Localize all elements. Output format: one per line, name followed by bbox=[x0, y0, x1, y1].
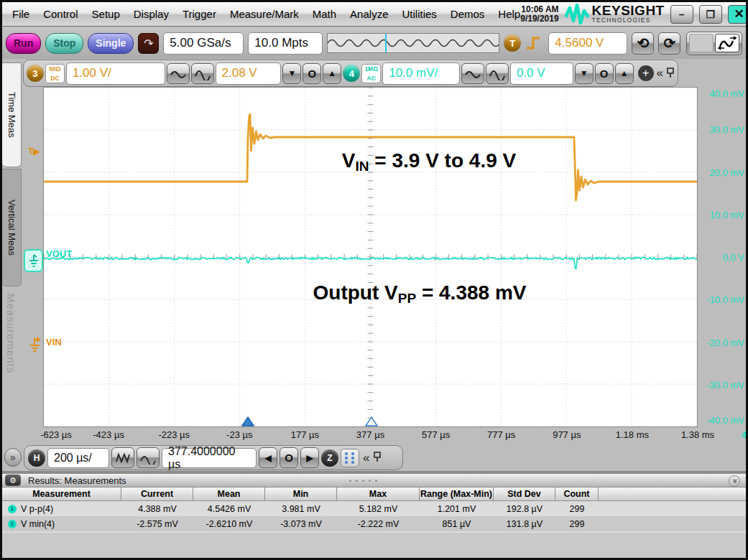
undo-icon: ⟲ bbox=[637, 34, 649, 52]
position-right-button[interactable]: ▶ bbox=[300, 447, 319, 468]
single-button[interactable]: Single bbox=[88, 33, 134, 54]
channel-3-badge[interactable]: 3 bbox=[27, 65, 44, 82]
trigger-source-badge[interactable]: T bbox=[504, 34, 521, 52]
column-header-mean[interactable]: Mean bbox=[193, 487, 265, 500]
run-button[interactable]: Run bbox=[6, 33, 41, 54]
table-row-v-p-p-4-[interactable]: 1V p-p(4)4.388 mV4.5426 mV3.981 mV5.182 … bbox=[2, 501, 746, 516]
column-header-std-dev[interactable]: Std Dev bbox=[494, 487, 555, 500]
horizontal-badge[interactable]: H bbox=[28, 449, 45, 467]
table-row-v-min-4-[interactable]: 2V min(4)-2.575 mV-2.6210 mV-3.073 mV-2.… bbox=[2, 516, 746, 531]
undo-button[interactable]: ⟲ bbox=[632, 32, 654, 55]
channel-4-badge[interactable]: 4 bbox=[343, 65, 360, 82]
vin-annotation: VIN = 3.9 V to 4.9 V bbox=[342, 149, 516, 174]
minimize-button[interactable]: – bbox=[670, 5, 693, 24]
down-arrow-icon: ▼ bbox=[287, 68, 296, 78]
measurement-value: 4.388 mV bbox=[121, 504, 193, 514]
channel-4-scale-decrease-button[interactable] bbox=[461, 63, 484, 84]
timebase-scale-field[interactable]: 200 µs/ bbox=[47, 448, 109, 468]
pin-icon[interactable] bbox=[373, 451, 382, 465]
time-axis: 4 -623 µs-423 µs-223 µs-23 µs177 µs377 µ… bbox=[24, 427, 748, 444]
channel-3-coupling[interactable]: 50Ω DC bbox=[45, 64, 65, 83]
menu-item-measure-mark[interactable]: Measure/Mark bbox=[230, 8, 299, 20]
menu-item-setup[interactable]: Setup bbox=[92, 8, 120, 20]
horizontal-controls: H 200 µs/ 377.4000000 µs ◀ O ▶ Z « bbox=[24, 445, 403, 470]
sample-rate-field[interactable]: 5.00 GSa/s bbox=[163, 32, 244, 55]
column-header-count[interactable]: Count bbox=[555, 487, 599, 500]
touch-mode-button[interactable]: ↷ bbox=[138, 33, 159, 54]
timebase-zoom-out-button[interactable] bbox=[137, 447, 160, 468]
collapse-channel-bar-button[interactable]: « bbox=[655, 66, 665, 80]
channel-4-ground-marker[interactable] bbox=[24, 249, 43, 272]
waveform-marker-button[interactable] bbox=[686, 32, 742, 55]
measurement-value: 192.8 µV bbox=[494, 504, 555, 514]
menu-item-demos[interactable]: Demos bbox=[451, 8, 485, 20]
channel-3-ground-marker[interactable] bbox=[29, 337, 43, 357]
menu-item-display[interactable]: Display bbox=[134, 8, 169, 20]
waveform-display[interactable]: VIN = 3.9 V to 4.9 V Output VPP = 4.388 … bbox=[43, 87, 698, 427]
y-axis-label: -10.0 mV bbox=[706, 294, 744, 305]
trigger-rising-edge-icon[interactable] bbox=[525, 34, 544, 52]
channel-4-scale-field[interactable]: 10.0 mV/ bbox=[382, 62, 460, 85]
right-arrow-icon: ▶ bbox=[306, 453, 313, 463]
add-channel-button[interactable]: + bbox=[638, 65, 654, 81]
channel-4-offset-field[interactable]: 0.0 V bbox=[510, 62, 573, 85]
column-header-measurement[interactable]: Measurement bbox=[2, 487, 121, 500]
x-axis-label: 577 µs bbox=[422, 429, 450, 440]
channel-4-scale-increase-button[interactable] bbox=[486, 63, 509, 84]
redo-button[interactable]: ⟳ bbox=[658, 32, 680, 55]
preview-cursor[interactable] bbox=[385, 34, 387, 52]
tab-time-meas[interactable]: Time Meas bbox=[2, 62, 22, 167]
channel-3-offset-down-button[interactable]: ▼ bbox=[282, 63, 301, 84]
restore-button[interactable]: ❐ bbox=[699, 5, 722, 24]
channel-3-offset-up-button[interactable]: ▲ bbox=[323, 63, 341, 84]
memory-depth-field[interactable]: 10.0 Mpts bbox=[248, 32, 323, 55]
time-marker[interactable] bbox=[366, 417, 377, 426]
channel-4-coupling[interactable]: 1MΩ AC bbox=[361, 64, 381, 83]
measurement-value: 4.5426 mV bbox=[193, 504, 265, 514]
column-header-max[interactable]: Max bbox=[337, 487, 420, 500]
column-header-min[interactable]: Min bbox=[265, 487, 337, 500]
channel-3-offset-field[interactable]: 2.08 V bbox=[216, 62, 282, 85]
channel-3-scale-increase-button[interactable] bbox=[191, 63, 214, 84]
compressed-wave-icon bbox=[115, 452, 131, 465]
menu-item-control[interactable]: Control bbox=[43, 8, 78, 20]
channel-3-scale-field[interactable]: 1.00 V/ bbox=[66, 62, 165, 85]
channel-3-offset-zero-button[interactable]: O bbox=[303, 63, 321, 84]
stop-button[interactable]: Stop bbox=[45, 33, 83, 54]
menu-item-analyze[interactable]: Analyze bbox=[350, 8, 388, 20]
zoom-mode-button[interactable]: Z bbox=[321, 449, 338, 467]
pin-icon[interactable] bbox=[666, 67, 675, 80]
left-arrow-icon: ◀ bbox=[264, 453, 271, 463]
drag-handle[interactable] bbox=[349, 480, 377, 482]
timebase-zoom-in-button[interactable] bbox=[111, 447, 134, 468]
column-header-current[interactable]: Current bbox=[121, 487, 193, 500]
menu-item-math[interactable]: Math bbox=[313, 8, 336, 20]
position-left-button[interactable]: ◀ bbox=[259, 447, 277, 468]
time-marker[interactable] bbox=[242, 417, 254, 426]
trigger-level-field[interactable]: 4.5600 V bbox=[548, 32, 627, 55]
x-axis-label: -23 µs bbox=[226, 429, 252, 440]
collapse-horizontal-bar-button[interactable]: « bbox=[361, 451, 371, 465]
tab-vertical-meas[interactable]: Vertical Meas bbox=[2, 169, 22, 286]
position-zero-button[interactable]: O bbox=[280, 447, 298, 468]
channel-3-scale-decrease-button[interactable] bbox=[167, 63, 190, 84]
close-button[interactable]: ✕ bbox=[728, 5, 748, 24]
gear-icon[interactable]: ⚙ bbox=[5, 475, 21, 486]
expand-panel-button[interactable]: » bbox=[4, 448, 22, 467]
channel-4-offset-down-button[interactable]: ▼ bbox=[575, 63, 594, 84]
acquisition-preview-strip[interactable] bbox=[327, 33, 499, 53]
measurement-value: 1.201 mV bbox=[420, 504, 494, 514]
collapse-results-button[interactable]: « bbox=[729, 475, 740, 487]
menu-item-file[interactable]: File bbox=[12, 8, 29, 20]
menu-item-utilities[interactable]: Utilities bbox=[402, 8, 436, 20]
measurement-value: -2.222 mV bbox=[337, 519, 420, 529]
chevron-down-icon: « bbox=[730, 479, 739, 483]
menu-item-help[interactable]: Help bbox=[498, 8, 520, 20]
menu-item-trigger[interactable]: Trigger bbox=[183, 8, 216, 20]
horizontal-position-field[interactable]: 377.4000000 µs bbox=[162, 448, 257, 468]
trigger-level-marker[interactable]: T▶ bbox=[28, 146, 40, 157]
channel-4-offset-up-button[interactable]: ▲ bbox=[615, 63, 634, 84]
column-header-range-max-min-[interactable]: Range (Max-Min) bbox=[420, 487, 494, 500]
grid-options-button[interactable] bbox=[341, 449, 359, 467]
channel-4-offset-zero-button[interactable]: O bbox=[595, 63, 614, 84]
